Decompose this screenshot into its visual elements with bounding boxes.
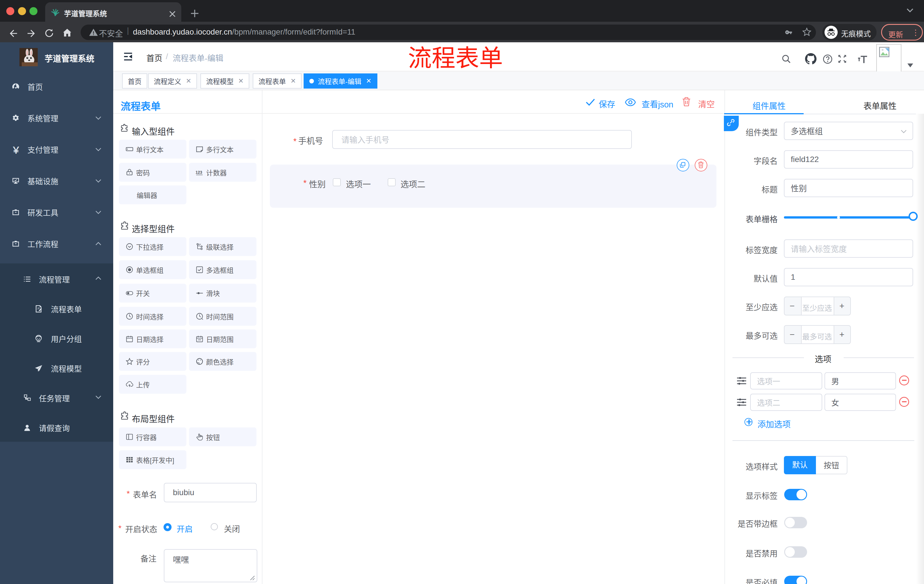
svg-text:123: 123 [196,170,202,174]
